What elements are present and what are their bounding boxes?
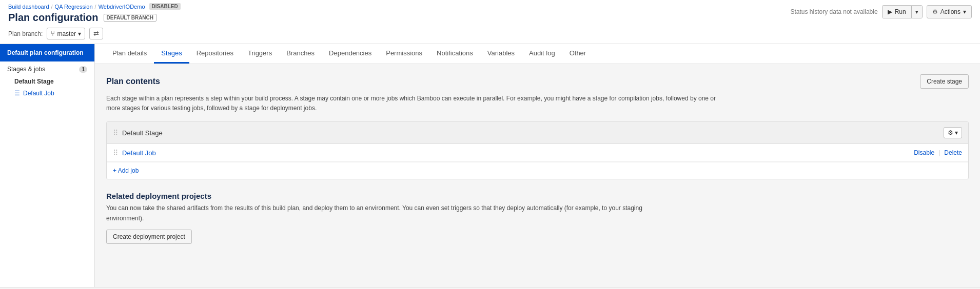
tab-other[interactable]: Other: [562, 44, 594, 64]
tab-variables[interactable]: Variables: [480, 44, 522, 64]
run-button[interactable]: ▶ Run: [883, 6, 911, 18]
run-button-group: ▶ Run ▾: [882, 5, 923, 18]
stage-header-right: ⚙ ▾: [944, 127, 962, 138]
sidebar-stages-jobs[interactable]: Stages & jobs 1: [0, 61, 94, 76]
branch-icon: ⑂: [51, 30, 55, 37]
tab-branches[interactable]: Branches: [279, 44, 322, 64]
content-area: Plan contents Create stage Each stage wi…: [95, 64, 980, 254]
sidebar-item-default-plan-config[interactable]: Default plan configuration: [0, 44, 94, 61]
tab-notifications[interactable]: Notifications: [429, 44, 480, 64]
plan-branch-label: Plan branch:: [8, 30, 43, 37]
tab-plan-details[interactable]: Plan details: [105, 44, 154, 64]
tab-permissions[interactable]: Permissions: [379, 44, 429, 64]
plan-title: Plan configuration: [8, 12, 99, 24]
add-job-row[interactable]: + Add job: [107, 162, 968, 179]
main-content: Plan details Stages Repositories Trigger…: [95, 44, 980, 287]
run-label: Run: [895, 8, 906, 15]
plan-title-row: Plan configuration DEFAULT BRANCH: [8, 12, 181, 24]
stage-container: ⠿ Default Stage ⚙ ▾ ⠿ Default Job: [106, 121, 969, 179]
run-play-icon: ▶: [888, 8, 892, 15]
breadcrumb-webdriverio[interactable]: WebdriverIODemo: [99, 4, 145, 10]
default-branch-badge: DEFAULT BRANCH: [104, 14, 156, 22]
related-deployment-description: You can now take the shared artifacts fr…: [106, 203, 671, 223]
chevron-down-icon: ▾: [78, 30, 81, 37]
gear-icon: ⚙: [932, 8, 938, 15]
stage-header-left: ⠿ Default Stage: [113, 129, 163, 137]
stage-name: Default Stage: [122, 129, 163, 137]
stage-header: ⠿ Default Stage ⚙ ▾: [107, 122, 968, 144]
list-icon: ☰: [14, 90, 20, 97]
sidebar-default-job-label: Default Job: [23, 90, 54, 97]
top-header: Build dashboard / QA Regression / Webdri…: [0, 0, 980, 44]
footer: Continuous integration powered by Atlass…: [0, 287, 980, 289]
sidebar-stages-jobs-badge: 1: [79, 66, 87, 73]
action-separator: |: [938, 149, 940, 156]
breadcrumb-sep-2: /: [95, 4, 96, 10]
header-left: Build dashboard / QA Regression / Webdri…: [8, 3, 181, 39]
job-row-left: ⠿ Default Job: [113, 149, 156, 157]
create-deployment-button[interactable]: Create deployment project: [106, 230, 192, 244]
branch-name: master: [57, 30, 76, 37]
breadcrumb: Build dashboard / QA Regression / Webdri…: [8, 3, 181, 10]
tabs-bar: Plan details Stages Repositories Trigger…: [95, 44, 980, 64]
disabled-badge: DISABLED: [149, 3, 181, 10]
sidebar-default-stage: Default Stage: [0, 76, 94, 87]
breadcrumb-build-dashboard[interactable]: Build dashboard: [8, 4, 49, 10]
breadcrumb-sep-1: /: [51, 4, 53, 10]
disable-job-link[interactable]: Disable: [914, 149, 934, 156]
sidebar-stages-jobs-label: Stages & jobs: [7, 66, 45, 73]
related-deployment-title: Related deployment projects: [106, 192, 969, 200]
plan-contents-description: Each stage within a plan represents a st…: [106, 94, 722, 113]
delete-job-link[interactable]: Delete: [944, 149, 962, 156]
job-row-right: Disable | Delete: [914, 149, 962, 156]
main-layout: Default plan configuration Stages & jobs…: [0, 44, 980, 287]
run-dropdown-button[interactable]: ▾: [911, 6, 922, 18]
status-history-text: Status history data not available: [791, 8, 878, 15]
plan-branch-row: Plan branch: ⑂ master ▾ ⇄: [8, 28, 181, 39]
job-drag-handle-icon[interactable]: ⠿: [113, 149, 118, 157]
related-deployment-section: Related deployment projects You can now …: [106, 192, 969, 243]
stage-gear-button[interactable]: ⚙ ▾: [944, 127, 962, 138]
tab-stages[interactable]: Stages: [154, 44, 189, 64]
branch-select[interactable]: ⑂ master ▾: [47, 28, 85, 39]
breadcrumb-qa-regression[interactable]: QA Regression: [55, 4, 93, 10]
actions-chevron-icon: ▾: [963, 8, 966, 15]
job-row: ⠿ Default Job Disable | Delete: [107, 144, 968, 162]
section-header: Plan contents Create stage: [106, 74, 969, 89]
stage-gear-chevron: ▾: [955, 129, 958, 136]
sidebar: Default plan configuration Stages & jobs…: [0, 44, 95, 287]
tab-repositories[interactable]: Repositories: [189, 44, 241, 64]
create-stage-button[interactable]: Create stage: [920, 74, 969, 89]
tab-triggers[interactable]: Triggers: [241, 44, 279, 64]
header-right: Status history data not available ▶ Run …: [791, 5, 972, 18]
tab-dependencies[interactable]: Dependencies: [322, 44, 379, 64]
branch-compare-button[interactable]: ⇄: [89, 28, 103, 39]
actions-button[interactable]: ⚙ Actions ▾: [927, 5, 972, 18]
stage-gear-icon: ⚙: [948, 129, 953, 136]
tab-audit-log[interactable]: Audit log: [522, 44, 562, 64]
add-job-label: + Add job: [113, 167, 139, 174]
sidebar-default-job[interactable]: ☰ Default Job: [0, 87, 94, 99]
drag-handle-icon[interactable]: ⠿: [113, 129, 118, 137]
job-link[interactable]: Default Job: [122, 149, 156, 157]
section-title: Plan contents: [106, 77, 160, 86]
actions-label: Actions: [940, 8, 961, 15]
